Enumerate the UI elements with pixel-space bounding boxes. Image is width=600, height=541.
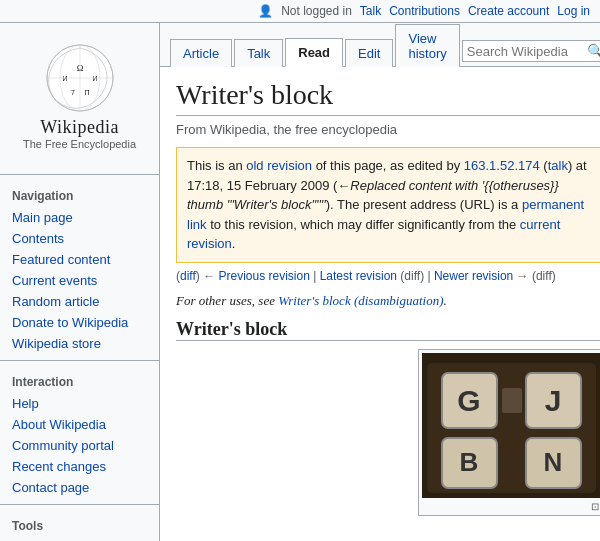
disambiguation-period: . — [443, 293, 446, 308]
sidebar-item-donate[interactable]: Donate to Wikipedia — [0, 312, 159, 333]
sidebar: Ω И И 7 П Wikipedia The Free Encyclopedi… — [0, 23, 160, 541]
tab-talk[interactable]: Talk — [234, 39, 283, 67]
expand-icon[interactable]: ⊡ — [591, 501, 599, 512]
disambiguation-link[interactable]: Writer's block (disambiguation) — [278, 293, 443, 308]
logo-area: Ω И И 7 П Wikipedia The Free Encyclopedi… — [0, 33, 159, 168]
disambiguation-text: For other uses, see — [176, 293, 278, 308]
divider-interaction — [0, 360, 159, 361]
content-area: Article Talk Read Edit View history 🔍 Wr… — [160, 23, 600, 541]
tab-edit[interactable]: Edit — [345, 39, 393, 67]
navigation-title: Navigation — [0, 181, 159, 207]
svg-text:7: 7 — [71, 89, 75, 96]
previous-revision-link[interactable]: Previous revision — [218, 269, 309, 283]
create-account-link[interactable]: Create account — [468, 4, 549, 18]
not-logged-in: Not logged in — [281, 4, 352, 18]
sidebar-item-featured-content[interactable]: Featured content — [0, 249, 159, 270]
contributions-link[interactable]: Contributions — [389, 4, 460, 18]
tab-article[interactable]: Article — [170, 39, 232, 67]
image-float: G J B N ⊡ — [418, 349, 600, 516]
page-title: Writer's block — [176, 79, 600, 116]
svg-text:И: И — [62, 75, 67, 82]
layout: Ω И И 7 П Wikipedia The Free Encyclopedi… — [0, 23, 600, 541]
disambiguation: For other uses, see Writer's block (disa… — [176, 293, 600, 309]
section-header: Writer's block — [176, 319, 600, 341]
svg-text:G: G — [457, 384, 480, 417]
talk-link[interactable]: Talk — [360, 4, 381, 18]
diff-link[interactable]: diff — [180, 269, 196, 283]
old-rev-text6: to this revision, which may differ signi… — [207, 217, 520, 232]
svg-text:B: B — [459, 447, 478, 477]
tab-view-history[interactable]: View history — [395, 24, 459, 67]
divider-tools — [0, 504, 159, 505]
tools-title: Tools — [0, 511, 159, 537]
svg-text:П: П — [84, 89, 89, 96]
sidebar-item-main-page[interactable]: Main page — [0, 207, 159, 228]
sidebar-item-recent-changes[interactable]: Recent changes — [0, 456, 159, 477]
newer-revision-link[interactable]: Newer revision — [434, 269, 513, 283]
sidebar-item-what-links-here[interactable]: What links here — [0, 537, 159, 541]
image-caption: ⊡ — [422, 498, 599, 512]
svg-text:N: N — [543, 447, 562, 477]
old-rev-text2: of this page, as edited by — [312, 158, 464, 173]
sidebar-item-store[interactable]: Wikipedia store — [0, 333, 159, 354]
old-rev-text7: . — [232, 236, 236, 251]
wikipedia-logo: Ω И И 7 П — [45, 43, 115, 113]
page-content: Writer's block From Wikipedia, the free … — [160, 67, 600, 541]
search-input[interactable] — [467, 44, 587, 59]
sidebar-item-current-events[interactable]: Current events — [0, 270, 159, 291]
svg-text:J: J — [544, 384, 561, 417]
sidebar-item-help[interactable]: Help — [0, 393, 159, 414]
old-revision-box: This is an old revision of this page, as… — [176, 147, 600, 263]
site-name: Wikipedia — [0, 117, 159, 138]
tab-read[interactable]: Read — [285, 38, 343, 67]
top-bar: 👤 Not logged in Talk Contributions Creat… — [0, 0, 600, 23]
typewriter-image: G J B N — [422, 353, 600, 498]
search-button[interactable]: 🔍 — [587, 43, 600, 59]
old-rev-text1: This is an — [187, 158, 246, 173]
search-box: 🔍 — [462, 40, 600, 62]
svg-text:И: И — [92, 75, 97, 82]
from-wikipedia: From Wikipedia, the free encyclopedia — [176, 122, 600, 137]
sidebar-item-community[interactable]: Community portal — [0, 435, 159, 456]
sidebar-item-random-article[interactable]: Random article — [0, 291, 159, 312]
sidebar-item-about[interactable]: About Wikipedia — [0, 414, 159, 435]
svg-rect-20 — [502, 388, 522, 413]
interaction-title: Interaction — [0, 367, 159, 393]
site-tagline: The Free Encyclopedia — [0, 138, 159, 150]
old-revision-link[interactable]: old revision — [246, 158, 312, 173]
tab-bar: Article Talk Read Edit View history 🔍 — [160, 23, 600, 67]
sidebar-item-contact[interactable]: Contact page — [0, 477, 159, 498]
revision-nav: (diff) ← Previous revision | Latest revi… — [176, 269, 600, 283]
user-icon: 👤 — [258, 4, 273, 18]
old-revision-ip[interactable]: 163.1.52.174 — [464, 158, 540, 173]
divider-nav — [0, 174, 159, 175]
old-rev-italic: Replaced content with '{{otheruses}} thu… — [187, 178, 559, 213]
sidebar-item-contents[interactable]: Contents — [0, 228, 159, 249]
log-in-link[interactable]: Log in — [557, 4, 590, 18]
latest-revision-link[interactable]: Latest revision — [320, 269, 397, 283]
old-rev-talk-link[interactable]: talk — [548, 158, 568, 173]
